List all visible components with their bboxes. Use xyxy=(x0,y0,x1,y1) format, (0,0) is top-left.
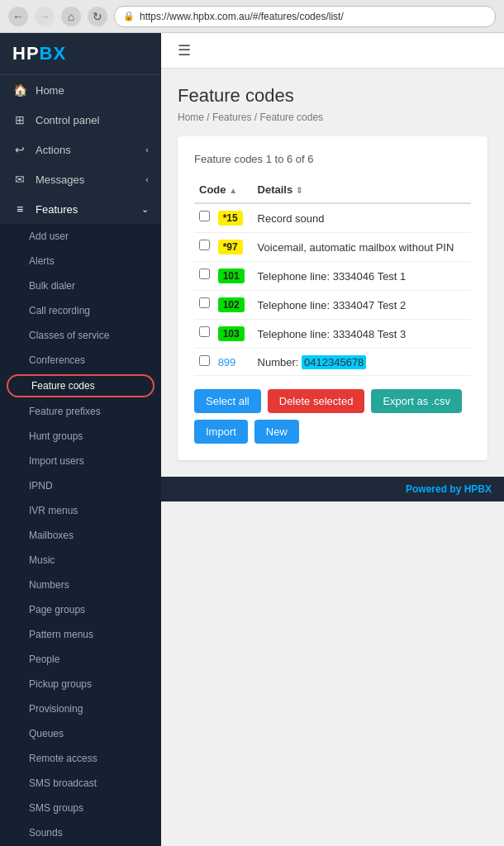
sidebar-sub-call-recording[interactable]: Call recording xyxy=(0,298,161,323)
content-card: Feature codes 1 to 6 of 6 Code ▲ Details… xyxy=(178,136,487,460)
row-checkbox-2[interactable] xyxy=(199,240,210,250)
sidebar-sub-remote-access[interactable]: Remote access xyxy=(0,746,161,771)
refresh-button[interactable]: ↻ xyxy=(88,7,107,26)
sidebar-item-control-panel[interactable]: ⊞ Control panel xyxy=(0,105,161,135)
code-badge: *97 xyxy=(218,240,243,254)
table-row: 101 Telephone line: 3334046 Test 1 xyxy=(194,262,471,291)
table-cell-code: 103 xyxy=(194,320,253,349)
sidebar-sub-music[interactable]: Music xyxy=(0,548,161,573)
sidebar-sub-import-users[interactable]: Import users xyxy=(0,449,161,473)
sidebar-sub-classes-of-service[interactable]: Classes of service xyxy=(0,323,161,348)
column-header-details[interactable]: Details ⇕ xyxy=(253,177,471,203)
home-button[interactable]: ⌂ xyxy=(61,7,81,26)
sidebar-sub-alerts[interactable]: Alerts xyxy=(0,249,161,273)
table-cell-details: Record sound xyxy=(253,203,471,233)
sidebar-item-actions[interactable]: ↩ Actions ‹ xyxy=(0,135,161,164)
delete-selected-button[interactable]: Delete selected xyxy=(268,389,365,413)
table-cell-details: Number: 0412345678 xyxy=(253,349,471,376)
table-cell-code: *15 xyxy=(194,203,253,233)
select-all-button[interactable]: Select all xyxy=(194,389,261,413)
sidebar-sub-conferences[interactable]: Conferences xyxy=(0,348,161,373)
chevron-down-icon: ⌄ xyxy=(141,204,149,215)
sidebar-sub-pickup-groups[interactable]: Pickup groups xyxy=(0,672,161,696)
code-text: 899 xyxy=(218,356,236,368)
export-csv-button[interactable]: Export as .csv xyxy=(371,389,462,413)
breadcrumb-home[interactable]: Home xyxy=(178,112,204,123)
main-content: ☰ Feature codes Home / Features / Featur… xyxy=(161,33,504,846)
sidebar-sub-hunt-groups[interactable]: Hunt groups xyxy=(0,424,161,449)
row-checkbox-4[interactable] xyxy=(199,297,210,308)
sidebar-sub-provisioning[interactable]: Provisioning xyxy=(0,696,161,721)
table-cell-code: 102 xyxy=(194,291,253,320)
sidebar-item-label: Features xyxy=(36,203,78,216)
sidebar-sub-queues[interactable]: Queues xyxy=(0,721,161,746)
column-code-label: Code xyxy=(199,183,229,196)
sidebar-sub-sms-broadcast[interactable]: SMS broadcast xyxy=(0,771,161,796)
page-title: Feature codes xyxy=(178,85,487,107)
sidebar-sub-add-user[interactable]: Add user xyxy=(0,224,161,249)
highlighted-number: 0412345678 xyxy=(302,355,366,369)
table-cell-details: Telephone line: 3334047 Test 2 xyxy=(253,291,471,320)
sidebar-sub-numbers[interactable]: Numbers xyxy=(0,573,161,597)
new-button[interactable]: New xyxy=(254,420,299,444)
sidebar-sub-people[interactable]: People xyxy=(0,647,161,672)
table-row: *15 Record sound xyxy=(194,203,471,233)
sidebar-item-messages[interactable]: ✉ Messages ‹ xyxy=(0,164,161,194)
sidebar-sub-ivr-menus[interactable]: IVR menus xyxy=(0,498,161,523)
column-header-code[interactable]: Code ▲ xyxy=(194,177,253,203)
breadcrumb: Home / Features / Feature codes xyxy=(178,112,487,123)
row-checkbox-3[interactable] xyxy=(199,269,210,279)
control-panel-icon: ⊞ xyxy=(12,113,27,126)
row-checkbox-1[interactable] xyxy=(199,211,210,221)
browser-bar: ← → ⌂ ↻ 🔒 https://www.hpbx.com.au/#/feat… xyxy=(0,0,504,33)
code-badge: 102 xyxy=(218,297,245,312)
sidebar-sub-ipnd[interactable]: IPND xyxy=(0,473,161,498)
breadcrumb-current: Feature codes xyxy=(259,112,323,123)
sidebar-sub-feature-prefixes[interactable]: Feature prefixes xyxy=(0,399,161,424)
address-bar[interactable]: 🔒 https://www.hpbx.com.au/#/features/cod… xyxy=(114,6,496,27)
messages-icon: ✉ xyxy=(12,173,27,186)
hamburger-icon[interactable]: ☰ xyxy=(178,41,191,59)
home-icon: 🏠 xyxy=(12,83,27,97)
sidebar-sub-mailboxes[interactable]: Mailboxes xyxy=(0,523,161,548)
features-submenu: Add user Alerts Bulk dialer Call recordi… xyxy=(0,224,161,846)
footer-brand: HPBX xyxy=(464,483,492,495)
import-button[interactable]: Import xyxy=(194,420,248,444)
sidebar-sub-page-groups[interactable]: Page groups xyxy=(0,597,161,622)
url-text: https://www.hpbx.com.au/#/features/codes… xyxy=(140,11,344,22)
back-button[interactable]: ← xyxy=(8,7,28,26)
sort-icon-details: ⇕ xyxy=(296,186,302,195)
sort-icon-code: ▲ xyxy=(229,186,237,195)
sidebar-sub-sounds[interactable]: Sounds xyxy=(0,820,161,845)
table-cell-code: 899 xyxy=(194,349,253,376)
breadcrumb-features[interactable]: Features xyxy=(212,112,251,123)
sidebar-nav: 🏠 Home ⊞ Control panel ↩ Actions ‹ ✉ Mes… xyxy=(0,75,161,846)
sidebar-sub-bulk-dialer[interactable]: Bulk dialer xyxy=(0,273,161,298)
sidebar-sub-feature-codes[interactable]: Feature codes xyxy=(7,374,155,397)
table-cell-details: Telephone line: 3334046 Test 1 xyxy=(253,262,471,291)
sidebar-item-features[interactable]: ≡ Features ⌄ xyxy=(0,194,161,224)
footer-text: Powered by xyxy=(406,483,464,495)
chevron-right-icon: ‹ xyxy=(145,145,149,154)
table-cell-code: 101 xyxy=(194,262,253,291)
table-cell-details: Telephone line: 3334048 Test 3 xyxy=(253,320,471,349)
content-area: Feature codes Home / Features / Feature … xyxy=(161,69,504,477)
code-badge: 103 xyxy=(218,326,245,341)
sidebar-sub-pattern-menus[interactable]: Pattern menus xyxy=(0,622,161,647)
row-checkbox-6[interactable] xyxy=(199,355,210,366)
footer: Powered by HPBX xyxy=(161,477,504,501)
row-checkbox-5[interactable] xyxy=(199,326,210,337)
table-row: 102 Telephone line: 3334047 Test 2 xyxy=(194,291,471,320)
sidebar-item-label: Home xyxy=(36,84,64,97)
sidebar-item-label: Control panel xyxy=(36,114,99,126)
sidebar-item-home[interactable]: 🏠 Home xyxy=(0,75,161,105)
forward-button[interactable]: → xyxy=(35,7,55,26)
sidebar-item-label: Actions xyxy=(36,144,71,156)
code-badge: 101 xyxy=(218,269,245,283)
action-buttons: Select all Delete selected Export as .cs… xyxy=(194,389,471,444)
feature-codes-table: Code ▲ Details ⇕ xyxy=(194,177,471,376)
table-cell-details: Voicemail, automatic mailbox without PIN xyxy=(253,233,471,262)
table-row: 103 Telephone line: 3334048 Test 3 xyxy=(194,320,471,349)
sidebar-sub-sms-groups[interactable]: SMS groups xyxy=(0,796,161,820)
table-row: *97 Voicemail, automatic mailbox without… xyxy=(194,233,471,262)
